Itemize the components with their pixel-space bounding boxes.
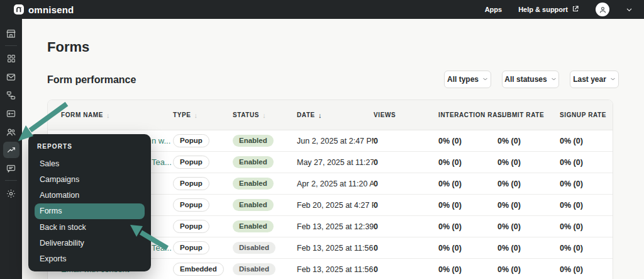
submit-rate-cell: 0% (0) — [497, 265, 560, 274]
column-label: INTERACTION RA... — [438, 111, 504, 118]
sort-icon[interactable]: ↓ — [106, 111, 110, 119]
sidebar — [0, 19, 22, 279]
form-name-link[interactable]: n w... — [152, 136, 170, 145]
column-header-views[interactable]: VIEWS — [374, 111, 438, 118]
type-badge: Popup — [173, 177, 209, 191]
status-badge: Enabled — [233, 156, 274, 169]
filter-label: Last year — [573, 75, 606, 84]
menu-item-deliverability[interactable]: Deliverability — [35, 235, 145, 251]
date-cell: Jun 2, 2025 at 2:47 PM — [297, 137, 374, 145]
type-badge: Popup — [173, 134, 209, 148]
apps-grid-icon[interactable] — [0, 50, 22, 67]
menu-item-exports[interactable]: Exports — [35, 251, 145, 267]
date-cell: Feb 13, 2025 at 11:56 AM — [297, 265, 374, 274]
automation-icon[interactable] — [0, 86, 22, 104]
status-badge: Enabled — [233, 178, 274, 190]
views-cell: 0 — [374, 137, 438, 145]
menu-item-sales[interactable]: Sales — [35, 156, 145, 171]
signup-rate-cell: 0% (0) — [560, 265, 613, 274]
filter-all-statuses[interactable]: All statuses — [502, 71, 559, 88]
menu-item-forms[interactable]: Forms — [35, 203, 145, 219]
column-label: DATE — [297, 111, 315, 118]
column-header-type[interactable]: TYPE ↓ — [173, 111, 233, 119]
views-cell: 0 — [374, 201, 438, 210]
signup-rate-cell: 0% (0) — [560, 137, 613, 145]
type-badge: Popup — [173, 156, 209, 169]
interaction-rate-cell: 0% (0) — [438, 265, 497, 274]
interaction-rate-cell: 0% (0) — [438, 222, 497, 231]
type-badge: Popup — [173, 198, 209, 212]
sms-chat-icon[interactable] — [0, 159, 22, 177]
help-support-label: Help & support — [518, 6, 568, 13]
signup-rate-cell: 0% (0) — [560, 222, 613, 231]
filter-date-range[interactable]: Last year — [570, 71, 619, 88]
filter-all-types[interactable]: All types — [444, 71, 491, 88]
status-badge: Enabled — [233, 199, 274, 212]
store-icon[interactable] — [0, 25, 22, 42]
forms-icon[interactable] — [0, 105, 22, 122]
section-title: Form performance — [47, 74, 136, 86]
type-badge: Popup — [173, 241, 209, 255]
column-header-status[interactable]: STATUS ↓ — [233, 111, 297, 119]
date-cell: Apr 2, 2025 at 11:20 AM — [297, 179, 374, 188]
omnisend-logo[interactable]: omnisend — [0, 4, 74, 15]
reports-flyout-menu: REPORTS Sales Campaigns Automation Forms… — [28, 134, 151, 271]
chevron-down-icon[interactable] — [626, 6, 633, 13]
column-header-signup-rate[interactable]: SIGNUP RATE — [560, 111, 613, 118]
column-label: STATUS — [233, 111, 259, 118]
menu-item-campaigns[interactable]: Campaigns — [35, 171, 145, 187]
topbar: omnisend Apps Help & support — [0, 0, 644, 19]
submit-rate-cell: 0% (0) — [497, 222, 560, 231]
filter-label: All statuses — [504, 75, 547, 84]
page-title: Forms — [47, 39, 89, 55]
views-cell: 0 — [374, 265, 438, 274]
column-header-interaction-rate[interactable]: INTERACTION RA... — [438, 111, 497, 118]
column-label: FORM NAME — [61, 111, 103, 118]
help-support-link[interactable]: Help & support — [518, 5, 579, 14]
reports-icon[interactable] — [0, 141, 22, 159]
column-header-form-name[interactable]: FORM NAME ↓ — [61, 111, 173, 119]
form-name-link[interactable]: Tea... — [152, 243, 172, 253]
menu-item-automation[interactable]: Automation — [35, 188, 145, 203]
email-campaigns-icon[interactable] — [0, 68, 22, 86]
avatar[interactable] — [596, 3, 609, 16]
date-cell: May 27, 2025 at 11:27 AM — [297, 158, 374, 167]
submit-rate-cell: 0% (0) — [497, 244, 560, 253]
menu-item-back-in-stock[interactable]: Back in stock — [35, 219, 145, 235]
column-label: VIEWS — [374, 111, 396, 118]
status-badge: Disabled — [233, 263, 275, 276]
sort-icon[interactable]: ↓ — [194, 111, 198, 119]
column-header-date[interactable]: DATE ↓ — [297, 111, 374, 119]
sidebar-divider — [5, 180, 17, 181]
interaction-rate-cell: 0% (0) — [438, 201, 497, 210]
sort-icon-active[interactable]: ↓ — [318, 111, 322, 119]
apps-link[interactable]: Apps — [485, 6, 502, 13]
signup-rate-cell: 0% (0) — [560, 201, 613, 210]
external-link-icon — [572, 5, 579, 14]
status-badge: Disabled — [233, 242, 275, 254]
reports-menu-header: REPORTS — [37, 143, 145, 150]
status-badge: Enabled — [233, 135, 274, 147]
sort-icon[interactable]: ↓ — [262, 111, 266, 119]
interaction-rate-cell: 0% (0) — [438, 158, 497, 167]
form-name-link[interactable]: Tea... — [152, 157, 172, 167]
type-badge: Popup — [173, 220, 209, 234]
signup-rate-cell: 0% (0) — [560, 244, 613, 253]
column-label: SUBMIT RATE — [497, 111, 544, 118]
date-cell: Feb 13, 2025 at 12:39 PM — [297, 222, 374, 231]
submit-rate-cell: 0% (0) — [497, 179, 560, 188]
submit-rate-cell: 0% (0) — [497, 201, 560, 210]
reports-icon-active-bg — [3, 142, 19, 158]
audience-icon[interactable] — [0, 123, 22, 140]
column-header-submit-rate[interactable]: SUBMIT RATE — [497, 111, 560, 118]
signup-rate-cell: 0% (0) — [560, 158, 613, 167]
views-cell: 0 — [374, 222, 438, 231]
views-cell: 0 — [374, 244, 438, 253]
column-label: TYPE — [173, 111, 191, 118]
chevron-down-icon — [610, 75, 616, 84]
sidebar-divider — [5, 45, 17, 46]
settings-gear-icon[interactable] — [0, 185, 22, 202]
submit-rate-cell: 0% (0) — [497, 158, 560, 167]
interaction-rate-cell: 0% (0) — [438, 179, 497, 188]
interaction-rate-cell: 0% (0) — [438, 244, 497, 253]
